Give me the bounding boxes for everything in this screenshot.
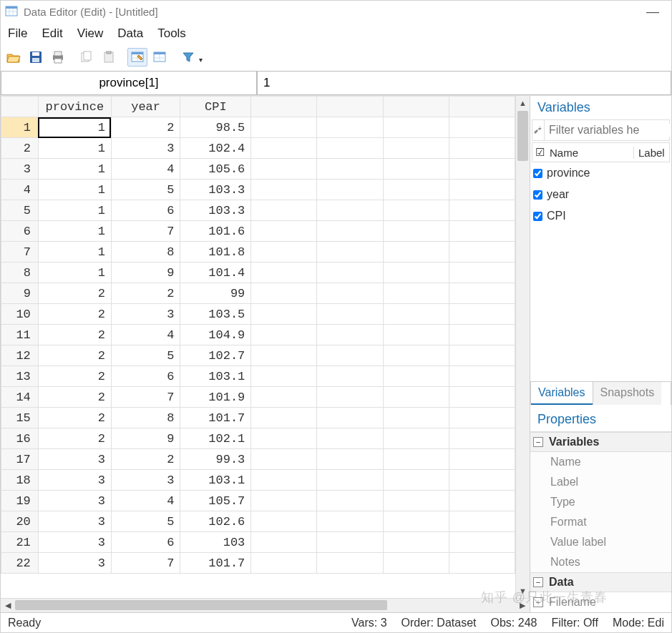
cell-empty[interactable]: [317, 366, 383, 387]
name-column-header[interactable]: Name: [547, 147, 633, 159]
cell-empty[interactable]: [317, 387, 383, 408]
cell-year[interactable]: 6: [111, 532, 180, 553]
row-number[interactable]: 20: [1, 511, 39, 532]
cell-empty[interactable]: [449, 200, 515, 221]
cell-cpi[interactable]: 105.6: [180, 159, 251, 180]
cell-empty[interactable]: [317, 138, 383, 159]
cell-empty[interactable]: [449, 180, 515, 200]
cell-empty[interactable]: [449, 491, 515, 511]
cell-cpi[interactable]: 103.1: [180, 366, 251, 387]
row-number[interactable]: 12: [1, 345, 39, 366]
cell-empty[interactable]: [251, 283, 317, 304]
save-icon[interactable]: [26, 48, 46, 67]
cell-province[interactable]: 3: [38, 532, 111, 553]
variable-row-year[interactable]: year: [532, 184, 670, 205]
cell-year[interactable]: 2: [111, 283, 180, 304]
cell-cpi[interactable]: 102.1: [180, 428, 251, 449]
table-row[interactable]: 1934105.7: [1, 491, 515, 511]
cell-empty[interactable]: [251, 242, 317, 262]
col-header-year[interactable]: year: [111, 97, 180, 117]
cell-cpi[interactable]: 101.4: [180, 262, 251, 283]
cell-cpi[interactable]: 102.7: [180, 345, 251, 366]
row-number[interactable]: 16: [1, 428, 39, 449]
cell-empty[interactable]: [251, 408, 317, 428]
cell-year[interactable]: 3: [111, 304, 180, 325]
cell-province[interactable]: 3: [38, 449, 111, 470]
menu-edit[interactable]: Edit: [42, 26, 62, 41]
row-number[interactable]: 4: [1, 180, 39, 200]
cell-empty[interactable]: [251, 345, 317, 366]
print-icon[interactable]: [48, 48, 68, 67]
cell-empty[interactable]: [383, 304, 449, 325]
cell-year[interactable]: 5: [111, 180, 180, 200]
cell-empty[interactable]: [251, 511, 317, 532]
collapse-icon[interactable]: −: [533, 577, 543, 587]
cell-empty[interactable]: [251, 387, 317, 408]
menu-data[interactable]: Data: [117, 26, 143, 41]
cell-empty[interactable]: [383, 242, 449, 262]
cell-empty[interactable]: [317, 553, 383, 574]
cell-province[interactable]: 1: [38, 221, 111, 242]
cell-empty[interactable]: [383, 387, 449, 408]
label-column-header[interactable]: Label: [633, 147, 669, 159]
cell-empty[interactable]: [383, 283, 449, 304]
checkbox-header[interactable]: ☑: [532, 146, 547, 159]
cell-empty[interactable]: [383, 325, 449, 345]
prop-filename[interactable]: + Filename: [530, 592, 671, 612]
cell-value-input[interactable]: [257, 71, 671, 95]
cell-cpi[interactable]: 102.4: [180, 138, 251, 159]
variable-checkbox[interactable]: [533, 190, 542, 200]
hscroll-thumb[interactable]: [15, 600, 387, 610]
cell-empty[interactable]: [317, 242, 383, 262]
cell-province[interactable]: 1: [38, 159, 111, 180]
cell-province[interactable]: 3: [38, 491, 111, 511]
cell-empty[interactable]: [251, 366, 317, 387]
cell-empty[interactable]: [317, 200, 383, 221]
cell-empty[interactable]: [251, 325, 317, 345]
table-row[interactable]: 516103.3: [1, 200, 515, 221]
cell-province[interactable]: 2: [38, 345, 111, 366]
cell-year[interactable]: 8: [111, 242, 180, 262]
cell-empty[interactable]: [449, 470, 515, 491]
cell-cpi[interactable]: 104.9: [180, 325, 251, 345]
cell-empty[interactable]: [449, 283, 515, 304]
cell-cpi[interactable]: 105.7: [180, 491, 251, 511]
prop-group-variables[interactable]: − Variables: [530, 432, 671, 452]
cell-year[interactable]: 7: [111, 387, 180, 408]
row-number[interactable]: 10: [1, 304, 39, 325]
cell-empty[interactable]: [317, 449, 383, 470]
table-row[interactable]: 1326103.1: [1, 366, 515, 387]
cell-empty[interactable]: [251, 553, 317, 574]
row-number[interactable]: 8: [1, 262, 39, 283]
row-number[interactable]: 17: [1, 449, 39, 470]
table-row[interactable]: 1629102.1: [1, 428, 515, 449]
cell-empty[interactable]: [251, 304, 317, 325]
cell-empty[interactable]: [317, 180, 383, 200]
cell-empty[interactable]: [383, 180, 449, 200]
copy-icon[interactable]: [77, 48, 97, 67]
cell-province[interactable]: 2: [38, 428, 111, 449]
cell-empty[interactable]: [449, 138, 515, 159]
cell-empty[interactable]: [317, 470, 383, 491]
row-number[interactable]: 5: [1, 200, 39, 221]
table-row[interactable]: 173299.3: [1, 449, 515, 470]
row-number[interactable]: 14: [1, 387, 39, 408]
cell-empty[interactable]: [317, 304, 383, 325]
table-row[interactable]: 617101.6: [1, 221, 515, 242]
cell-empty[interactable]: [449, 345, 515, 366]
cell-year[interactable]: 4: [111, 491, 180, 511]
cell-province[interactable]: 2: [38, 366, 111, 387]
cell-empty[interactable]: [449, 325, 515, 345]
cell-province[interactable]: 2: [38, 304, 111, 325]
prop-label[interactable]: Label: [530, 472, 671, 492]
cell-province[interactable]: 1: [38, 242, 111, 262]
cell-year[interactable]: 2: [111, 449, 180, 470]
cell-empty[interactable]: [251, 159, 317, 180]
row-number[interactable]: 6: [1, 221, 39, 242]
cell-cpi[interactable]: 103.5: [180, 304, 251, 325]
table-row[interactable]: 2035102.6: [1, 511, 515, 532]
cell-empty[interactable]: [383, 345, 449, 366]
cell-empty[interactable]: [251, 491, 317, 511]
cell-province[interactable]: 1: [38, 180, 111, 200]
cell-year[interactable]: 2: [111, 117, 180, 138]
